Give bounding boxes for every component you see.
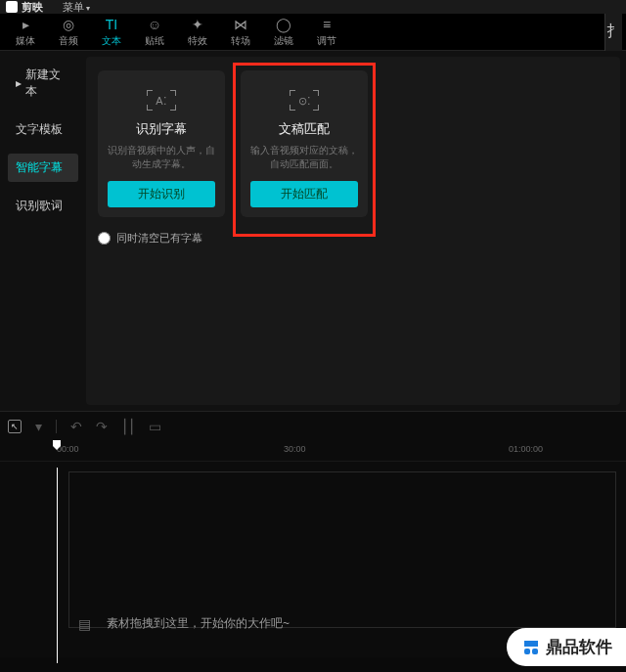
manuscript-icon: ⊙⁚ bbox=[290, 90, 319, 111]
adjust-icon: ≡ bbox=[323, 16, 331, 33]
tool-adjust[interactable]: ≡ 调节 bbox=[305, 14, 348, 51]
undo-icon[interactable]: ↶ bbox=[70, 419, 82, 434]
ruler-tick: 01:00:00 bbox=[509, 444, 543, 454]
start-match-button[interactable]: 开始匹配 bbox=[250, 181, 358, 207]
redo-icon[interactable]: ↷ bbox=[96, 419, 108, 434]
tool-dropdown-icon[interactable]: ▾ bbox=[35, 419, 42, 434]
card-recognize-caption: A⁚ 识别字幕 识别音视频中的人声，自动生成字幕。 开始识别 bbox=[98, 70, 225, 217]
main-toolbar: ▸ 媒体 ◎ 音频 TI 文本 ☺ 贴纸 ✦ 特效 ⋈ 转场 ◯ 滤镜 ≡ 调节… bbox=[0, 14, 626, 51]
track-drop-area[interactable] bbox=[68, 471, 616, 628]
separator bbox=[56, 420, 57, 433]
clear-caption-input[interactable] bbox=[98, 232, 111, 245]
ruler-tick: 30:00 bbox=[284, 444, 306, 454]
content-panel: A⁚ 识别字幕 识别音视频中的人声，自动生成字幕。 开始识别 ⊙⁚ 文稿匹配 输… bbox=[86, 57, 620, 405]
card-manuscript-match: ⊙⁚ 文稿匹配 输入音视频对应的文稿，自动匹配画面。 开始匹配 bbox=[241, 70, 368, 217]
right-icon: 扌 bbox=[606, 22, 622, 42]
title-bar: 剪映 菜单 bbox=[0, 0, 626, 14]
media-placeholder-icon: ▤ bbox=[78, 616, 91, 632]
timeline-ruler[interactable]: 00:00 30:00 01:00:00 bbox=[0, 440, 626, 462]
start-recognize-button[interactable]: 开始识别 bbox=[108, 181, 215, 207]
recognize-icon: A⁚ bbox=[147, 90, 176, 111]
menu-dropdown[interactable]: 菜单 bbox=[55, 0, 98, 15]
tool-filter[interactable]: ◯ 滤镜 bbox=[262, 14, 305, 51]
tool-sticker[interactable]: ☺ 贴纸 bbox=[133, 14, 176, 51]
media-icon: ▸ bbox=[22, 16, 29, 33]
playhead-line bbox=[57, 468, 58, 663]
toolbar-right-panel[interactable]: 扌 bbox=[604, 14, 622, 51]
transition-icon: ⋈ bbox=[234, 16, 247, 33]
tool-transition[interactable]: ⋈ 转场 bbox=[219, 14, 262, 51]
timeline-toolbar: ↖ ▾ ↶ ↷ ⎮⎮ ▭ bbox=[0, 411, 626, 440]
sidebar-item-smart-caption[interactable]: 智能字幕 bbox=[8, 154, 78, 182]
app-logo-icon bbox=[6, 1, 18, 13]
watermark-logo-icon bbox=[524, 641, 538, 654]
delete-icon[interactable]: ▭ bbox=[149, 419, 161, 434]
tool-media[interactable]: ▸ 媒体 bbox=[4, 14, 47, 51]
tool-effect[interactable]: ✦ 特效 bbox=[176, 14, 219, 51]
text-icon: TI bbox=[106, 16, 117, 33]
watermark-badge: 鼎品软件 bbox=[507, 628, 626, 666]
filter-icon: ◯ bbox=[276, 16, 291, 33]
card-title: 识别字幕 bbox=[136, 120, 187, 138]
card-desc: 输入音视频对应的文稿，自动匹配画面。 bbox=[250, 144, 358, 171]
watermark-text: 鼎品软件 bbox=[546, 636, 612, 658]
tool-text[interactable]: TI 文本 bbox=[90, 14, 133, 51]
tool-audio[interactable]: ◎ 音频 bbox=[47, 14, 90, 51]
text-sidebar: ▸ 新建文本 文字模板 智能字幕 识别歌词 bbox=[0, 51, 86, 411]
main-area: ▸ 新建文本 文字模板 智能字幕 识别歌词 A⁚ 识别字幕 识别音视频中的人声，… bbox=[0, 51, 626, 411]
card-title: 文稿匹配 bbox=[279, 120, 330, 138]
pointer-tool-icon[interactable]: ↖ bbox=[8, 420, 22, 433]
split-icon[interactable]: ⎮⎮ bbox=[121, 419, 135, 434]
app-name: 剪映 bbox=[22, 0, 43, 15]
audio-icon: ◎ bbox=[63, 16, 74, 33]
card-desc: 识别音视频中的人声，自动生成字幕。 bbox=[108, 144, 215, 171]
drop-hint: ▤ 素材拖拽到这里，开始你的大作吧~ bbox=[78, 615, 290, 632]
effect-icon: ✦ bbox=[192, 16, 203, 33]
sidebar-item-new-text[interactable]: ▸ 新建文本 bbox=[8, 61, 78, 106]
sidebar-item-lyrics[interactable]: 识别歌词 bbox=[8, 192, 78, 220]
sidebar-item-template[interactable]: 文字模板 bbox=[8, 115, 78, 144]
sticker-icon: ☺ bbox=[148, 16, 161, 33]
clear-caption-checkbox[interactable]: 同时清空已有字幕 bbox=[98, 231, 608, 246]
